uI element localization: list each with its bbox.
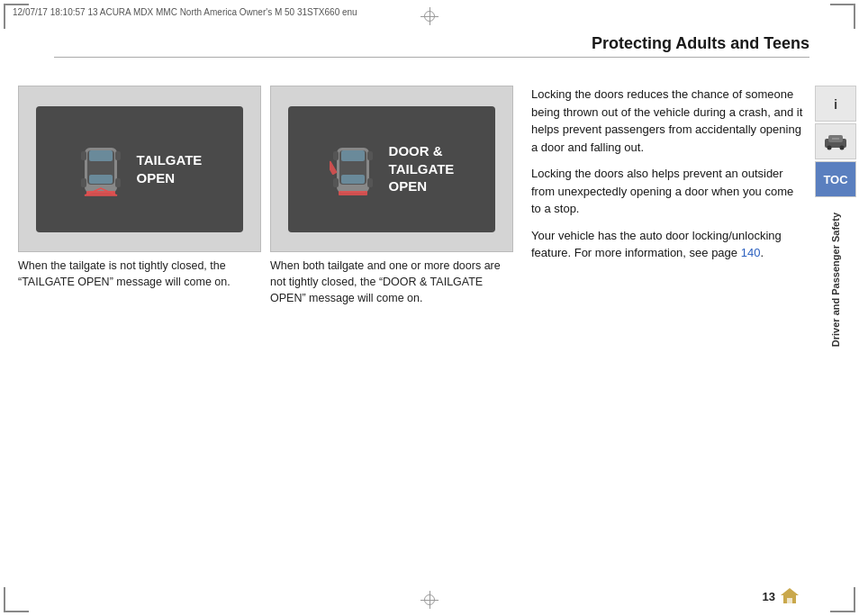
svg-rect-9 [115,151,121,160]
top-row: TAILGATE OPEN When the tailgate is not t… [18,86,805,306]
page-title-underline [54,57,809,58]
page-number: 13 [763,590,775,603]
safety-icon-button[interactable] [815,123,856,159]
svg-rect-8 [81,151,86,160]
svg-rect-11 [115,178,121,187]
door-tailgate-open-dash-panel: DOOR & TAILGATE OPEN [288,106,495,232]
info-icon-button[interactable]: i [815,86,856,122]
page-title-area: Protecting Adults and Teens [54,34,809,58]
tailgate-open-text: TAILGATE OPEN [137,151,203,186]
svg-point-2 [827,146,832,150]
main-content: TAILGATE OPEN When the tailgate is not t… [18,86,805,580]
car-safety-icon [823,131,848,151]
tailgate-open-panel: TAILGATE OPEN When the tailgate is not t… [18,86,261,306]
svg-rect-20 [367,178,373,187]
corner-mark-tr [830,4,855,29]
tailgate-open-image-box: TAILGATE OPEN [18,86,261,252]
header-meta: 12/07/17 18:10:57 13 ACURA MDX MMC North… [13,7,357,17]
svg-rect-7 [89,175,113,184]
door-tailgate-open-image-box: DOOR & TAILGATE OPEN [270,86,513,252]
door-tailgate-open-caption: When both tailgate and one or more doors… [270,258,513,306]
text-para-1: Locking the doors reduces the chance of … [531,86,805,156]
door-tailgate-open-text: DOOR & TAILGATE OPEN [389,142,455,195]
left-panels: TAILGATE OPEN When the tailgate is not t… [18,86,513,306]
svg-rect-21 [330,160,338,175]
svg-rect-18 [367,151,373,160]
crosshair-bottom [420,591,439,609]
door-tailgate-car-icon [330,139,376,200]
svg-rect-16 [341,175,365,184]
images-row: TAILGATE OPEN When the tailgate is not t… [18,86,513,306]
section-label: Driver and Passenger Safety [830,213,841,347]
home-icon[interactable] [779,586,800,607]
svg-rect-6 [89,150,113,161]
page-number-area: 13 [763,586,800,607]
tailgate-open-caption: When the tailgate is not tightly closed,… [18,258,261,290]
corner-mark-bl [4,587,29,612]
toc-button[interactable]: TOC [815,161,856,197]
text-para-2: Locking the doors also helps prevent an … [531,165,805,218]
door-tailgate-open-panel: DOOR & TAILGATE OPEN When both tailgate … [270,86,513,306]
tailgate-open-dash-panel: TAILGATE OPEN [36,106,243,232]
page-link-140[interactable]: 140 [741,246,761,259]
svg-rect-10 [81,178,86,187]
text-para-3-after: . [760,246,764,259]
tailgate-car-icon [77,139,124,200]
svg-point-3 [840,146,845,150]
svg-rect-15 [341,150,365,161]
page-title: Protecting Adults and Teens [54,34,809,53]
svg-rect-24 [787,598,792,603]
toc-label: TOC [823,173,847,186]
svg-rect-17 [333,151,339,160]
svg-rect-19 [333,178,339,187]
svg-rect-22 [339,191,367,195]
right-sidebar: i TOC Driver and Passenger Safety [812,86,859,352]
corner-mark-br [830,587,855,612]
text-para-3: Your vehicle has the auto door locking/u… [531,227,805,262]
text-column: Locking the doors reduces the chance of … [522,86,805,271]
crosshair-top [420,7,439,25]
info-icon: i [834,96,837,112]
